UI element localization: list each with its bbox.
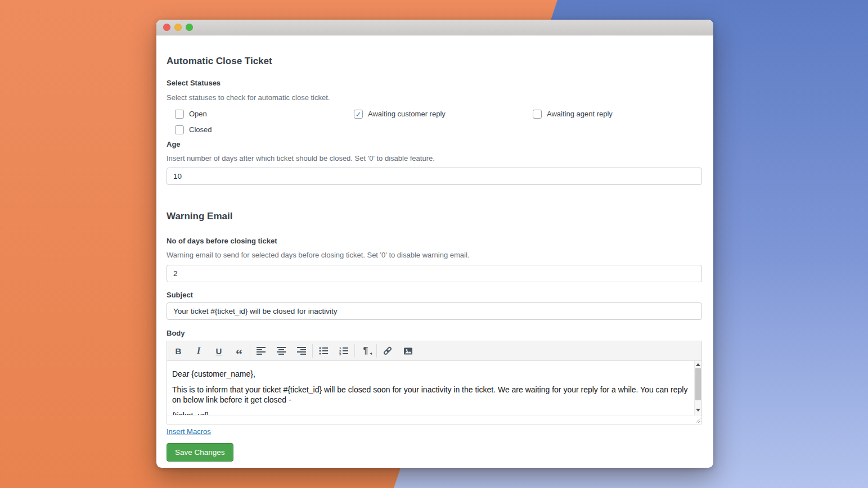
underline-button[interactable]: U	[209, 341, 229, 360]
days-before-closing-input[interactable]	[167, 265, 702, 282]
settings-window: Automatic Close Ticket Select Statuses S…	[156, 20, 713, 468]
status-option-open[interactable]: Open	[175, 110, 354, 119]
link-icon	[382, 345, 393, 356]
insert-macros-link[interactable]: Insert Macros	[167, 427, 211, 436]
scrollbar-thumb[interactable]	[695, 368, 701, 400]
body-paragraph: {ticket_url}	[172, 410, 689, 415]
bold-button[interactable]: B	[168, 341, 188, 360]
align-right-icon	[296, 346, 307, 356]
editor-scrollbar[interactable]	[694, 361, 701, 415]
editor-body: Dear {customer_name}, This is to inform …	[167, 361, 701, 415]
checkbox-label: Open	[189, 110, 207, 119]
warning-email-title: Warning Email	[167, 211, 702, 222]
window-titlebar[interactable]	[156, 20, 713, 35]
image-button[interactable]	[398, 341, 418, 360]
save-changes-button[interactable]: Save Changes	[167, 443, 233, 462]
body-paragraph: This is to inform that your ticket #{tic…	[172, 385, 689, 405]
body-paragraph: Dear {customer_name},	[172, 369, 689, 379]
toolbar-separator	[312, 344, 313, 358]
align-left-button[interactable]	[251, 341, 271, 360]
bold-icon: B	[176, 346, 182, 356]
scroll-up-icon[interactable]	[696, 363, 700, 366]
paragraph-icon: ¶	[363, 346, 368, 356]
editor-toolbar: B I U “	[167, 341, 701, 361]
toolbar-separator	[354, 344, 355, 358]
unordered-list-button[interactable]	[313, 341, 334, 360]
image-icon	[403, 346, 413, 356]
subject-label: Subject	[167, 291, 702, 299]
status-option-awaiting-agent-reply[interactable]: Awaiting agent reply	[533, 110, 702, 119]
days-before-closing-label: No of days before closing ticket	[167, 237, 702, 245]
ordered-list-button[interactable]: 123	[334, 341, 354, 360]
toolbar-separator	[376, 344, 377, 358]
unordered-list-icon	[318, 346, 329, 356]
ordered-list-icon: 123	[339, 346, 349, 356]
resize-grip-icon[interactable]	[694, 417, 700, 423]
close-button[interactable]	[163, 24, 170, 31]
align-right-button[interactable]	[291, 341, 312, 360]
subject-input[interactable]	[167, 302, 702, 320]
underline-icon: U	[216, 346, 222, 356]
align-center-icon	[276, 346, 286, 356]
statuses-description: Select statuses to check for automatic c…	[167, 93, 702, 102]
paragraph-button[interactable]: ¶ ◂	[356, 341, 376, 360]
checkbox-label: Closed	[189, 125, 212, 134]
checkmark-icon: ✓	[356, 111, 362, 118]
blockquote-icon: “	[236, 345, 242, 356]
email-body-textarea[interactable]: Dear {customer_name}, This is to inform …	[167, 361, 694, 415]
body-label: Body	[167, 329, 702, 337]
statuses-checkbox-group: Open ✓ Awaiting customer reply Awaiting …	[167, 110, 702, 134]
age-input[interactable]	[167, 168, 702, 185]
italic-icon: I	[197, 346, 200, 356]
age-label: Age	[167, 140, 702, 148]
align-left-icon	[256, 346, 266, 356]
editor-statusbar	[167, 415, 701, 424]
checkbox-awaiting-customer-reply[interactable]: ✓	[354, 110, 363, 119]
align-center-button[interactable]	[271, 341, 291, 360]
blockquote-button[interactable]: “	[229, 341, 249, 360]
age-description: Insert number of days after which ticket…	[167, 154, 702, 163]
italic-button[interactable]: I	[188, 341, 209, 360]
checkbox-closed[interactable]	[175, 125, 184, 134]
scroll-down-icon[interactable]	[696, 409, 700, 412]
page-title: Automatic Close Ticket	[167, 56, 702, 67]
zoom-button[interactable]	[186, 24, 193, 31]
statuses-label: Select Statuses	[167, 79, 702, 87]
paragraph-arrow-icon: ◂	[370, 351, 372, 356]
settings-content: Automatic Close Ticket Select Statuses S…	[156, 35, 713, 462]
checkbox-label: Awaiting customer reply	[368, 110, 446, 119]
minimize-button[interactable]	[174, 24, 182, 31]
status-option-awaiting-customer-reply[interactable]: ✓ Awaiting customer reply	[354, 110, 533, 119]
status-option-closed[interactable]: Closed	[175, 125, 354, 134]
link-button[interactable]	[377, 341, 398, 360]
checkbox-label: Awaiting agent reply	[547, 110, 613, 119]
days-before-closing-description: Warning email to send for selected days …	[167, 251, 702, 260]
checkbox-awaiting-agent-reply[interactable]	[533, 110, 542, 119]
rich-text-editor: B I U “	[167, 341, 702, 424]
svg-text:3: 3	[339, 353, 341, 356]
toolbar-separator	[250, 344, 250, 358]
checkbox-open[interactable]	[175, 110, 184, 119]
